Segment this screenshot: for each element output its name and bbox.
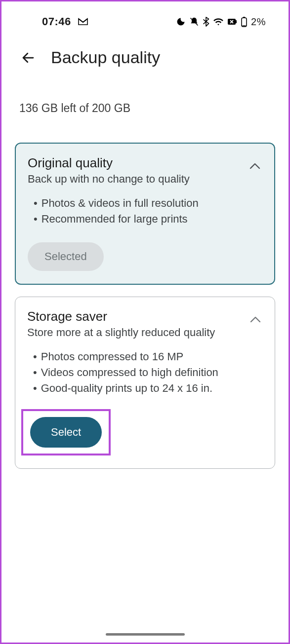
- select-button[interactable]: Select: [30, 417, 102, 448]
- option-title: Storage saver: [27, 309, 215, 324]
- bullet-item: Good-quality prints up to 24 x 16 in.: [32, 380, 260, 396]
- bluetooth-icon: [203, 17, 209, 27]
- app-header: Backup quality: [1, 33, 289, 72]
- page-title: Backup quality: [51, 48, 160, 67]
- option-title: Original quality: [28, 155, 190, 171]
- chevron-up-icon[interactable]: [248, 158, 262, 173]
- notifications-off-icon: [189, 17, 199, 27]
- wifi-icon: [213, 17, 224, 26]
- status-time: 07:46: [42, 15, 71, 28]
- svg-rect-3: [242, 18, 247, 27]
- option-original-quality[interactable]: Original quality Back up with no change …: [15, 143, 275, 285]
- bullet-item: Photos compressed to 16 MP: [32, 349, 260, 365]
- storage-summary: 136 GB left of 200 GB: [1, 72, 289, 123]
- svg-rect-4: [243, 17, 245, 18]
- option-bullets: Photos compressed to 16 MP Videos compre…: [27, 340, 263, 396]
- battery-saver-icon: [227, 18, 237, 26]
- battery-icon: [241, 16, 248, 27]
- annotation-highlight: Select: [21, 409, 111, 455]
- svg-rect-2: [236, 20, 237, 23]
- option-storage-saver[interactable]: Storage saver Store more at a slightly r…: [15, 297, 275, 468]
- battery-percent: 2%: [251, 16, 266, 28]
- bullet-item: Photos & videos in full resolution: [33, 195, 259, 211]
- bullet-item: Recommended for large prints: [33, 211, 259, 227]
- bullet-item: Videos compressed to high definition: [32, 365, 260, 380]
- status-bar: 07:46 2%: [1, 1, 289, 33]
- option-subtitle: Back up with no change to quality: [28, 172, 190, 187]
- option-bullets: Photos & videos in full resolution Recom…: [28, 187, 262, 227]
- do-not-disturb-icon: [176, 17, 186, 27]
- gmail-icon: [78, 18, 88, 26]
- selected-button: Selected: [28, 242, 104, 271]
- chevron-up-icon[interactable]: [248, 312, 263, 327]
- back-button[interactable]: [19, 49, 37, 67]
- svg-rect-5: [243, 26, 246, 27]
- home-indicator[interactable]: [106, 633, 185, 636]
- option-subtitle: Store more at a slightly reduced quality: [27, 325, 215, 340]
